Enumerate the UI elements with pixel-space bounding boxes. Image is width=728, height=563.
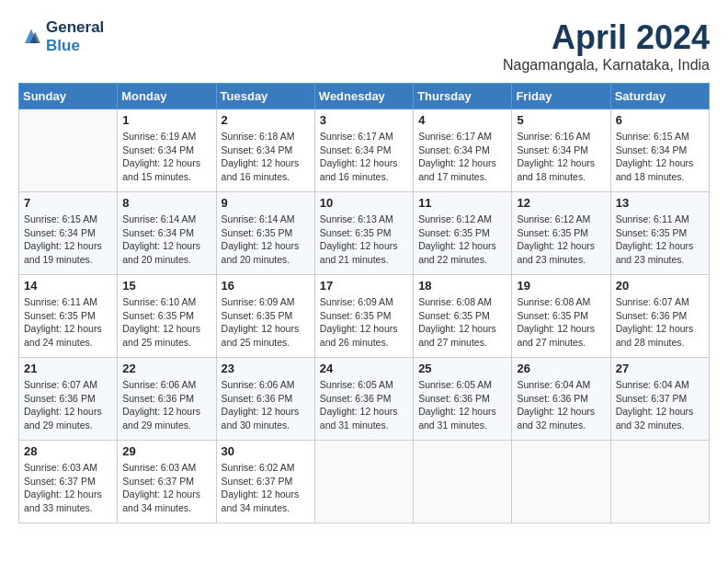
day-number: 20 <box>616 279 704 293</box>
day-info: Sunrise: 6:17 AM Sunset: 6:34 PM Dayligh… <box>320 130 408 184</box>
day-number: 28 <box>24 444 112 458</box>
day-number: 10 <box>320 196 408 210</box>
day-number: 5 <box>517 113 605 127</box>
day-number: 1 <box>122 113 210 127</box>
calendar-cell: 3Sunrise: 6:17 AM Sunset: 6:34 PM Daylig… <box>314 109 413 192</box>
calendar-cell: 16Sunrise: 6:09 AM Sunset: 6:35 PM Dayli… <box>216 275 314 358</box>
day-number: 19 <box>517 279 605 293</box>
subtitle: Nagamangala, Karnataka, India <box>503 57 710 74</box>
calendar-table: SundayMondayTuesdayWednesdayThursdayFrid… <box>18 83 710 523</box>
day-info: Sunrise: 6:07 AM Sunset: 6:36 PM Dayligh… <box>616 295 704 350</box>
calendar-cell: 10Sunrise: 6:13 AM Sunset: 6:35 PM Dayli… <box>314 192 413 275</box>
calendar-cell: 7Sunrise: 6:15 AM Sunset: 6:34 PM Daylig… <box>19 192 118 275</box>
day-number: 17 <box>320 279 408 293</box>
day-info: Sunrise: 6:07 AM Sunset: 6:36 PM Dayligh… <box>24 378 112 432</box>
weekday-header-tuesday: Tuesday <box>216 84 314 109</box>
day-info: Sunrise: 6:14 AM Sunset: 6:34 PM Dayligh… <box>122 213 210 267</box>
day-info: Sunrise: 6:05 AM Sunset: 6:36 PM Dayligh… <box>320 378 408 432</box>
calendar-cell: 6Sunrise: 6:15 AM Sunset: 6:34 PM Daylig… <box>610 109 709 192</box>
calendar-cell: 29Sunrise: 6:03 AM Sunset: 6:37 PM Dayli… <box>118 441 216 523</box>
calendar-cell: 21Sunrise: 6:07 AM Sunset: 6:36 PM Dayli… <box>19 358 118 441</box>
calendar-cell: 22Sunrise: 6:06 AM Sunset: 6:36 PM Dayli… <box>118 358 216 441</box>
day-number: 25 <box>418 362 506 375</box>
calendar-cell: 19Sunrise: 6:08 AM Sunset: 6:35 PM Dayli… <box>512 275 610 358</box>
calendar-cell <box>19 109 118 192</box>
day-number: 26 <box>517 362 605 375</box>
weekday-header-saturday: Saturday <box>610 84 709 109</box>
calendar-week-4: 21Sunrise: 6:07 AM Sunset: 6:36 PM Dayli… <box>19 358 710 441</box>
day-info: Sunrise: 6:02 AM Sunset: 6:37 PM Dayligh… <box>222 461 310 515</box>
day-number: 21 <box>24 362 112 375</box>
day-info: Sunrise: 6:13 AM Sunset: 6:35 PM Dayligh… <box>320 213 408 267</box>
day-number: 16 <box>222 279 310 293</box>
calendar-cell: 11Sunrise: 6:12 AM Sunset: 6:35 PM Dayli… <box>414 192 512 275</box>
day-info: Sunrise: 6:10 AM Sunset: 6:35 PM Dayligh… <box>122 295 210 350</box>
day-info: Sunrise: 6:03 AM Sunset: 6:37 PM Dayligh… <box>24 461 112 515</box>
calendar-cell: 27Sunrise: 6:04 AM Sunset: 6:37 PM Dayli… <box>610 358 709 441</box>
day-number: 14 <box>24 279 112 293</box>
calendar-cell: 8Sunrise: 6:14 AM Sunset: 6:34 PM Daylig… <box>118 192 216 275</box>
day-info: Sunrise: 6:04 AM Sunset: 6:37 PM Dayligh… <box>616 378 704 432</box>
day-number: 27 <box>616 362 704 375</box>
calendar-cell <box>414 441 512 523</box>
day-info: Sunrise: 6:17 AM Sunset: 6:34 PM Dayligh… <box>418 130 506 184</box>
day-info: Sunrise: 6:09 AM Sunset: 6:35 PM Dayligh… <box>222 295 310 350</box>
day-number: 3 <box>320 113 408 127</box>
day-info: Sunrise: 6:04 AM Sunset: 6:36 PM Dayligh… <box>517 378 605 432</box>
day-number: 12 <box>517 196 605 210</box>
calendar-cell: 9Sunrise: 6:14 AM Sunset: 6:35 PM Daylig… <box>216 192 314 275</box>
day-number: 7 <box>24 196 112 210</box>
day-number: 22 <box>122 362 210 375</box>
day-info: Sunrise: 6:14 AM Sunset: 6:35 PM Dayligh… <box>222 213 310 267</box>
logo-text-line1: General <box>46 18 104 37</box>
weekday-header-thursday: Thursday <box>414 84 512 109</box>
calendar-cell <box>512 441 610 523</box>
logo-icon <box>18 24 44 50</box>
day-number: 29 <box>122 444 210 458</box>
calendar-cell: 20Sunrise: 6:07 AM Sunset: 6:36 PM Dayli… <box>610 275 709 358</box>
day-info: Sunrise: 6:08 AM Sunset: 6:35 PM Dayligh… <box>418 295 506 350</box>
calendar-cell: 30Sunrise: 6:02 AM Sunset: 6:37 PM Dayli… <box>216 441 314 523</box>
weekday-header-sunday: Sunday <box>19 84 118 109</box>
calendar-cell: 18Sunrise: 6:08 AM Sunset: 6:35 PM Dayli… <box>414 275 512 358</box>
day-number: 2 <box>222 113 310 127</box>
calendar-cell <box>314 441 413 523</box>
calendar-cell: 26Sunrise: 6:04 AM Sunset: 6:36 PM Dayli… <box>512 358 610 441</box>
day-info: Sunrise: 6:11 AM Sunset: 6:35 PM Dayligh… <box>616 213 704 267</box>
day-number: 30 <box>222 444 310 458</box>
day-number: 24 <box>320 362 408 375</box>
calendar-cell: 24Sunrise: 6:05 AM Sunset: 6:36 PM Dayli… <box>314 358 413 441</box>
calendar-header-row: SundayMondayTuesdayWednesdayThursdayFrid… <box>19 84 710 109</box>
day-number: 11 <box>418 196 506 210</box>
day-info: Sunrise: 6:08 AM Sunset: 6:35 PM Dayligh… <box>517 295 605 350</box>
calendar-cell: 2Sunrise: 6:18 AM Sunset: 6:34 PM Daylig… <box>216 109 314 192</box>
day-info: Sunrise: 6:06 AM Sunset: 6:36 PM Dayligh… <box>222 378 310 432</box>
calendar-cell: 17Sunrise: 6:09 AM Sunset: 6:35 PM Dayli… <box>314 275 413 358</box>
day-info: Sunrise: 6:16 AM Sunset: 6:34 PM Dayligh… <box>517 130 605 184</box>
weekday-header-wednesday: Wednesday <box>314 84 413 109</box>
day-number: 15 <box>122 279 210 293</box>
calendar-week-5: 28Sunrise: 6:03 AM Sunset: 6:37 PM Dayli… <box>19 441 710 523</box>
calendar-week-1: 1Sunrise: 6:19 AM Sunset: 6:34 PM Daylig… <box>19 109 710 192</box>
day-info: Sunrise: 6:11 AM Sunset: 6:35 PM Dayligh… <box>24 295 112 350</box>
calendar-cell <box>610 441 709 523</box>
calendar-cell: 15Sunrise: 6:10 AM Sunset: 6:35 PM Dayli… <box>118 275 216 358</box>
title-area: April 2024 Nagamangala, Karnataka, India <box>503 18 710 74</box>
day-info: Sunrise: 6:06 AM Sunset: 6:36 PM Dayligh… <box>122 378 210 432</box>
day-number: 6 <box>616 113 704 127</box>
day-info: Sunrise: 6:15 AM Sunset: 6:34 PM Dayligh… <box>616 130 704 184</box>
day-info: Sunrise: 6:09 AM Sunset: 6:35 PM Dayligh… <box>320 295 408 350</box>
day-info: Sunrise: 6:12 AM Sunset: 6:35 PM Dayligh… <box>517 213 605 267</box>
day-info: Sunrise: 6:05 AM Sunset: 6:36 PM Dayligh… <box>418 378 506 432</box>
calendar-cell: 4Sunrise: 6:17 AM Sunset: 6:34 PM Daylig… <box>414 109 512 192</box>
weekday-header-monday: Monday <box>118 84 216 109</box>
day-number: 23 <box>222 362 310 375</box>
header: General Blue April 2024 Nagamangala, Kar… <box>18 18 710 74</box>
calendar-cell: 28Sunrise: 6:03 AM Sunset: 6:37 PM Dayli… <box>19 441 118 523</box>
day-info: Sunrise: 6:19 AM Sunset: 6:34 PM Dayligh… <box>122 130 210 184</box>
calendar-cell: 5Sunrise: 6:16 AM Sunset: 6:34 PM Daylig… <box>512 109 610 192</box>
day-info: Sunrise: 6:12 AM Sunset: 6:35 PM Dayligh… <box>418 213 506 267</box>
main-title: April 2024 <box>503 18 710 57</box>
day-number: 9 <box>222 196 310 210</box>
logo: General Blue <box>18 18 104 55</box>
